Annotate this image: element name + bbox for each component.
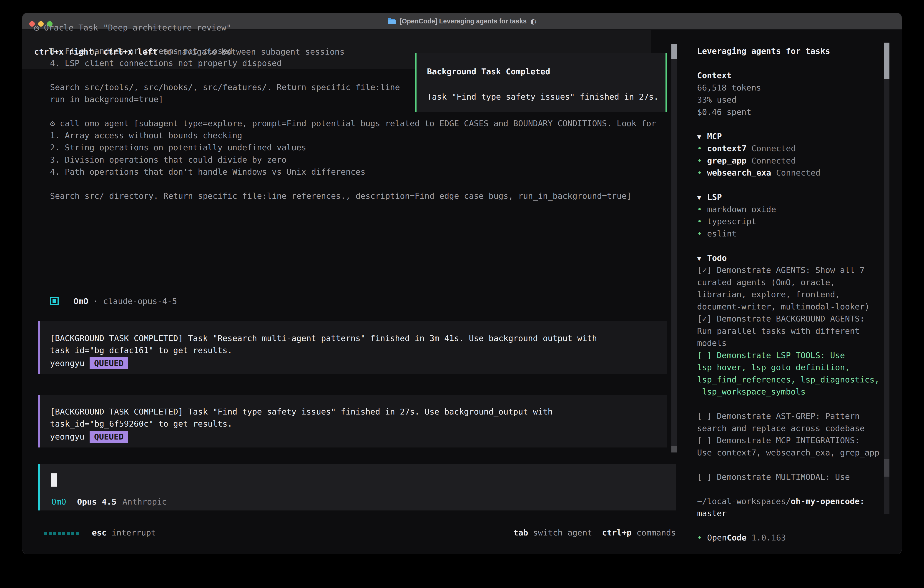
background-task-toast: Background Task Completed Task "Find typ… [415,53,667,112]
author-label: yeongyu [50,358,84,368]
todo-line-active: lsp_hover, lsp_goto_definition, [697,361,884,373]
todo-line-active: lsp_find_references, lsp_diagnostics, [697,373,884,386]
provider-label: Anthropic [122,497,167,506]
transcript-line: 2. String operations on potentially unde… [50,141,306,154]
esc-key-hint: esc [92,528,107,537]
todo-line-done: [✓] Demonstrate BACKGROUND AGENTS: [697,313,884,325]
transcript-line: Search src/tools/, src/hooks/, src/featu… [50,81,400,93]
record-icon: ◎ [34,23,44,32]
mcp-item: •grep_app Connected [697,155,884,167]
prompt-input[interactable]: OmOOpus 4.5Anthropic [38,464,676,510]
todo-line-done: curated agents (OmO, oracle, [697,276,884,289]
agent-model: claude-opus-4-5 [103,297,177,306]
todo-line-done: Run parallel tasks with different [697,325,884,337]
scrollbar-thumb[interactable] [672,44,677,59]
todo-line-active: lsp_workspace_symbols [697,386,884,398]
agent-short-label: OmO [51,497,66,506]
agent-icon [50,297,59,306]
scrollbar-thumb[interactable] [672,446,677,453]
oracle-task-title: ◎ Oracle Task "Deep architecture review" [34,21,231,34]
model-name-label: Opus 4.5 [77,497,116,506]
green-dot-icon: • [697,155,707,167]
toast-title: Background Task Completed [427,66,550,78]
todo-line-pending: search and replace across codebase [697,422,884,434]
green-dot-icon: • [697,142,707,155]
mcp-section-header[interactable]: ▼MCP [697,130,884,142]
status-bar-right: tab switch agent ctrl+p commands [513,527,676,538]
todo-line-done: models [697,337,884,349]
lsp-item: •markdown-oxide [697,203,884,216]
agent-header: OmO · claude-opus-4-5 [64,295,177,307]
scrollbar-thumb[interactable] [884,459,889,477]
message-line: [BACKGROUND TASK COMPLETED] Task "Resear… [50,332,597,344]
chevron-down-icon: ▼ [697,253,707,265]
status-badge: QUEUED [89,431,128,443]
context-heading: Context [697,69,884,82]
activity-dots [44,528,81,537]
workspace-branch: master [697,507,884,520]
todo-line-pending: [ ] Demonstrate MULTIMODAL: Use [697,471,884,483]
green-dot-icon: • [697,215,707,228]
chevron-down-icon: ▼ [697,131,707,143]
transcript-line: 3. Division operations that could divide… [50,154,287,166]
context-used: 33% used [697,94,884,106]
message-line: task_id="bg_6f59260c" to get results. [50,418,233,430]
status-badge: QUEUED [89,357,128,369]
context-spent: $0.46 spent [697,106,884,118]
ctrlp-key-hint: ctrl+p [592,528,632,537]
session-title: Leveraging agents for tasks [697,45,884,57]
moon-icon: ◐ [530,17,536,25]
transcript-line: 4. Path operations that don't handle Win… [50,166,365,178]
window-title: [OpenCode] Leveraging agents for tasks [399,18,526,25]
gear-icon: ⚙ [50,119,55,128]
agent-name: OmO [73,297,88,306]
lsp-item: •eslint [697,228,884,240]
background-task-message: [BACKGROUND TASK COMPLETED] Task "Resear… [38,321,667,374]
opencode-version: •OpenCode 1.0.163 [697,532,884,544]
background-task-message: [BACKGROUND TASK COMPLETED] Task "Find t… [38,395,667,448]
todo-line-done: document-writer, multimodal-looker) [697,301,884,313]
transcript-scrollbar[interactable] [672,44,677,453]
mcp-item: •websearch_exa Connected [697,167,884,179]
author-label: yeongyu [50,432,84,441]
lsp-section-header[interactable]: ▼LSP [697,191,884,203]
green-dot-icon: • [697,203,707,216]
toast-body: Task "Find type safety issues" finished … [427,91,659,103]
hint-keys: ctrl+x right, ctrl+x left [34,47,157,56]
tab-key-hint: tab [513,528,528,537]
message-line: task_id="bg_dcfac161" to get results. [50,344,233,356]
model-line: OmOOpus 4.5Anthropic [51,496,167,508]
todo-line-pending: Use context7, websearch_exa, grep_app [697,447,884,459]
todo-line-pending: [ ] Demonstrate MCP INTEGRATIONS: [697,434,884,447]
workspace-path: ~/local-workspaces/oh-my-opencode: [697,495,884,507]
transcript-line: Search src/ directory. Return specific f… [50,190,632,202]
text-cursor [51,473,57,487]
terminal-window: [OpenCode] Leveraging agents for tasks ◐… [22,13,902,554]
tool-call-line: ⚙ call_omo_agent [subagent_type=explore,… [50,117,656,129]
todo-section-header[interactable]: ▼Todo [697,252,884,264]
transcript-line: 1. Array access without bounds checking [50,129,242,141]
green-dot-icon: • [697,228,707,240]
message-meta: yeongyuQUEUED [50,357,128,369]
context-tokens: 66,518 tokens [697,82,884,94]
todo-line-active: [ ] Demonstrate LSP TOOLS: Use [697,349,884,362]
sidebar-scrollbar[interactable] [884,42,889,514]
green-dot-icon: • [697,167,707,179]
session-sidebar: Leveraging agents for tasks Context 66,5… [684,30,884,554]
todo-line-done: [✓] Demonstrate AGENTS: Show all 7 [697,264,884,276]
message-meta: yeongyuQUEUED [50,431,128,443]
todo-line-done: librarian, explore, frontend, [697,288,884,301]
green-dot-icon: • [697,532,707,544]
chevron-down-icon: ▼ [697,192,707,204]
mcp-item: •context7 Connected [697,142,884,155]
status-bar-left: esc interrupt [44,527,156,538]
transcript-line: 4. LSP client connections not properly d… [50,57,282,69]
folder-icon [388,18,396,25]
todo-line-pending: [ ] Demonstrate AST-GREP: Pattern [697,410,884,422]
scrollbar-thumb[interactable] [884,43,889,79]
transcript-line: run_in_background=true] [50,93,163,105]
lsp-item: •typescript [697,215,884,228]
oracle-hint: ctrl+x right, ctrl+x left to navigate be… [34,46,345,58]
message-line: [BACKGROUND TASK COMPLETED] Task "Find t… [50,406,553,418]
